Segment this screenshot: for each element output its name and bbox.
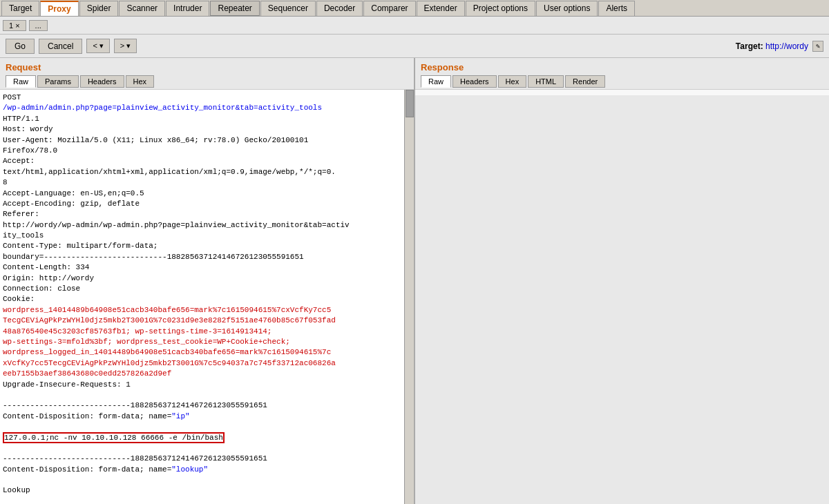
main-area: Request Raw Params Headers Hex POST /wp-…	[0, 58, 829, 504]
response-content-wrapper	[415, 90, 829, 504]
tab-scanner[interactable]: Scanner	[119, 1, 165, 16]
tab-row: 1 × ...	[0, 17, 829, 35]
tab-project-options[interactable]: Project options	[466, 1, 535, 16]
tab-target[interactable]: Target	[1, 1, 39, 16]
response-title: Response	[415, 58, 829, 74]
response-tab-raw[interactable]: Raw	[421, 75, 451, 88]
tab-decoder[interactable]: Decoder	[316, 1, 363, 16]
tab-proxy[interactable]: Proxy	[40, 1, 78, 16]
response-tab-headers[interactable]: Headers	[452, 75, 497, 88]
target-label: Target: http://wordy	[736, 41, 808, 51]
edit-target-button[interactable]: ✎	[812, 41, 823, 52]
response-tab-html[interactable]: HTML	[528, 75, 564, 88]
request-tab-headers[interactable]: Headers	[80, 75, 124, 88]
request-title: Request	[0, 58, 414, 74]
request-content-wrapper: POST /wp-admin/admin.php?page=plainview_…	[0, 90, 414, 504]
tab-comparer[interactable]: Comparer	[363, 1, 415, 16]
request-panel: Request Raw Params Headers Hex POST /wp-…	[0, 58, 415, 504]
tab-more[interactable]: ...	[29, 20, 48, 31]
response-content[interactable]	[415, 90, 829, 95]
response-panel: Response Raw Headers Hex HTML Render	[415, 58, 829, 504]
target-url: http://wordy	[765, 41, 808, 51]
forward-button[interactable]: > ▾	[114, 39, 137, 53]
tab-alerts[interactable]: Alerts	[598, 1, 635, 16]
response-tab-render[interactable]: Render	[565, 75, 605, 88]
back-button[interactable]: < ▾	[86, 39, 109, 53]
toolbar: Go Cancel < ▾ > ▾ Target: http://wordy ✎	[0, 35, 829, 58]
top-navigation: Target Proxy Spider Scanner Intruder Rep…	[0, 0, 829, 17]
request-text: POST /wp-admin/admin.php?page=plainview_…	[3, 93, 411, 504]
request-sub-tabs: Raw Params Headers Hex	[0, 74, 414, 90]
request-content[interactable]: POST /wp-admin/admin.php?page=plainview_…	[0, 90, 414, 504]
tab-intruder[interactable]: Intruder	[166, 1, 209, 16]
tab-1[interactable]: 1 ×	[3, 20, 26, 31]
cancel-button[interactable]: Cancel	[39, 39, 82, 54]
request-tab-hex[interactable]: Hex	[126, 75, 155, 88]
response-sub-tabs: Raw Headers Hex HTML Render	[415, 74, 829, 90]
tab-repeater[interactable]: Repeater	[210, 1, 259, 16]
request-tab-params[interactable]: Params	[37, 75, 79, 88]
tab-user-options[interactable]: User options	[536, 1, 598, 16]
tab-sequencer[interactable]: Sequencer	[260, 1, 316, 16]
response-tab-hex[interactable]: Hex	[498, 75, 527, 88]
request-tab-raw[interactable]: Raw	[6, 75, 36, 88]
tab-extender[interactable]: Extender	[417, 1, 465, 16]
tab-spider[interactable]: Spider	[79, 1, 119, 16]
request-scrollbar[interactable]	[404, 90, 414, 504]
request-scroll-thumb[interactable]	[406, 90, 414, 117]
go-button[interactable]: Go	[6, 39, 35, 54]
